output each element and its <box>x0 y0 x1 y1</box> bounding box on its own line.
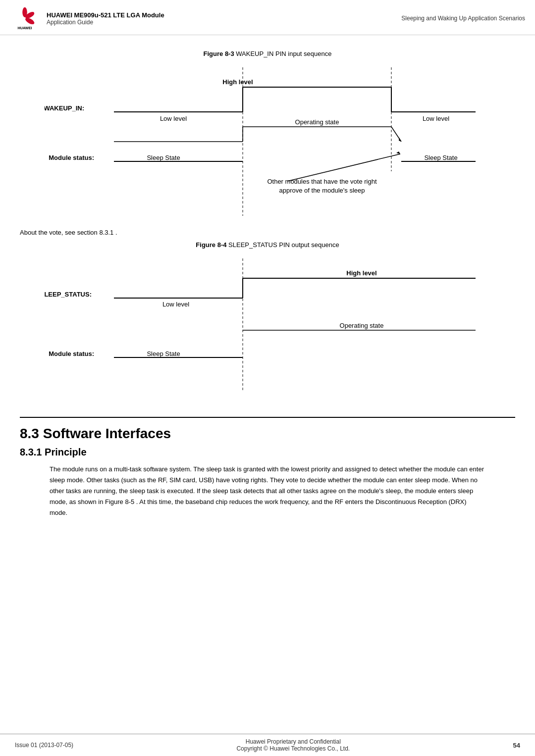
main-content: Figure 8-3 WAKEUP_IN PIN input sequence … <box>0 35 535 528</box>
svg-text:Operating state: Operating state <box>295 118 339 126</box>
footer-page-number: 54 <box>513 742 520 749</box>
figure4-caption-bold: Figure 8-4 <box>196 241 226 249</box>
figure3-caption-text: WAKEUP_IN PIN input sequence <box>234 50 332 57</box>
footer-copyright: Copyright © Huawei Technologies Co., Ltd… <box>236 745 350 752</box>
figure3-caption: Figure 8-3 WAKEUP_IN PIN input sequence <box>20 50 515 57</box>
page-header: HUAWEI HUAWEI ME909u-521 LTE LGA Module … <box>0 0 535 35</box>
figure4-caption-text: SLEEP_STATUS PIN output sequence <box>226 241 339 249</box>
svg-text:High level: High level <box>222 78 253 86</box>
about-vote-text: About the vote, see section 8.3.1 . <box>20 229 515 236</box>
section831-paragraph: The module runs on a multi-task software… <box>50 464 485 518</box>
page-footer: Issue 01 (2013-07-05) Huawei Proprietary… <box>0 734 535 756</box>
svg-text:Other modules that have the vo: Other modules that have the vote right <box>267 178 377 185</box>
footer-confidential: Huawei Proprietary and Confidential <box>236 738 350 745</box>
svg-text:Sleep State: Sleep State <box>424 154 457 161</box>
svg-text:Module status:: Module status: <box>49 350 94 357</box>
svg-text:Low level: Low level <box>160 115 187 122</box>
header-doc-type: Application Guide <box>47 19 401 26</box>
svg-text:Operating state: Operating state <box>340 322 384 329</box>
svg-line-31 <box>287 154 400 181</box>
svg-text:SLEEP_STATUS:: SLEEP_STATUS: <box>45 291 92 298</box>
svg-marker-32 <box>396 151 400 154</box>
svg-text:Sleep State: Sleep State <box>147 154 180 161</box>
section83-heading: 8.3 Software Interfaces <box>20 417 515 442</box>
svg-text:WAKEUP_IN:: WAKEUP_IN: <box>45 104 84 112</box>
header-text-block: HUAWEI ME909u-521 LTE LGA Module Applica… <box>47 11 401 26</box>
svg-text:HUAWEI: HUAWEI <box>17 26 32 30</box>
svg-text:High level: High level <box>346 269 376 277</box>
huawei-logo-icon: HUAWEI <box>10 6 40 31</box>
footer-issue: Issue 01 (2013-07-05) <box>15 742 73 749</box>
figure3-svg: High level WAKEUP_IN: Low level Low leve… <box>45 62 490 221</box>
figure4-diagram: High level SLEEP_STATUS: Low level Opera… <box>45 253 490 397</box>
header-section: Sleeping and Waking Up Application Scena… <box>401 15 525 22</box>
figure3-caption-bold: Figure 8-3 <box>204 50 234 57</box>
svg-text:Module status:: Module status: <box>49 154 94 161</box>
section831-heading: 8.3.1 Principle <box>20 447 515 458</box>
svg-text:approve of the module's sleep: approve of the module's sleep <box>279 187 365 194</box>
svg-text:Low level: Low level <box>423 115 449 122</box>
svg-text:Low level: Low level <box>162 301 189 308</box>
header-product-title: HUAWEI ME909u-521 LTE LGA Module <box>47 11 401 19</box>
svg-text:Sleep State: Sleep State <box>147 350 180 357</box>
footer-center: Huawei Proprietary and Confidential Copy… <box>236 738 350 752</box>
figure3-diagram: High level WAKEUP_IN: Low level Low leve… <box>45 62 490 221</box>
figure4-caption: Figure 8-4 SLEEP_STATUS PIN output seque… <box>20 241 515 249</box>
figure4-svg: High level SLEEP_STATUS: Low level Opera… <box>45 253 490 397</box>
